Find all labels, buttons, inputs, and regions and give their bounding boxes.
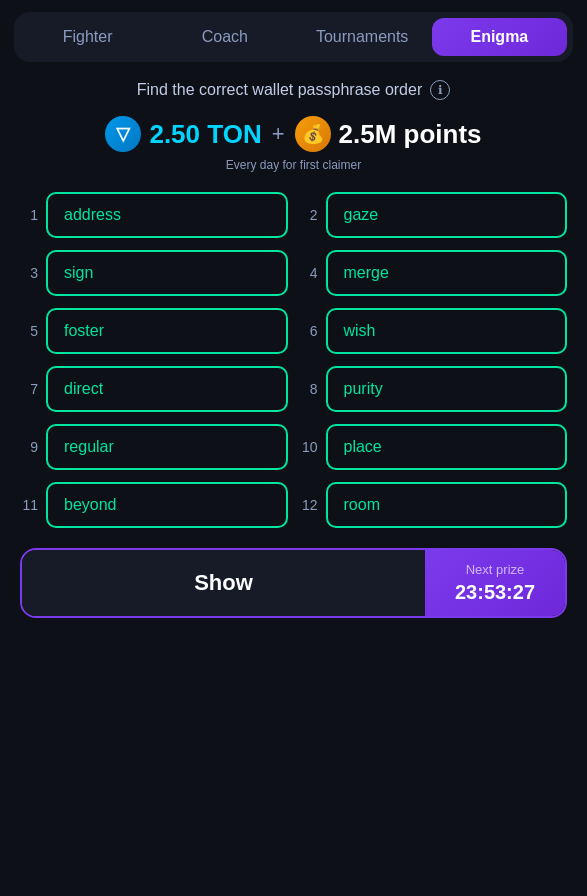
word-cell-5: 5foster — [20, 308, 288, 354]
word-cell-3: 3sign — [20, 250, 288, 296]
next-prize-label: Next prize — [466, 562, 525, 577]
word-box-5[interactable]: foster — [46, 308, 288, 354]
word-box-7[interactable]: direct — [46, 366, 288, 412]
nav-item-tournaments[interactable]: Tournaments — [295, 18, 430, 56]
word-cell-2: 2gaze — [300, 192, 568, 238]
word-number-7: 7 — [20, 381, 38, 397]
info-icon[interactable]: ℹ — [430, 80, 450, 100]
plus-sign: + — [272, 121, 285, 147]
reward-subtitle: Every day for first claimer — [20, 158, 567, 172]
word-number-5: 5 — [20, 323, 38, 339]
word-box-2[interactable]: gaze — [326, 192, 568, 238]
word-box-1[interactable]: address — [46, 192, 288, 238]
word-number-3: 3 — [20, 265, 38, 281]
word-cell-12: 12room — [300, 482, 568, 528]
word-box-10[interactable]: place — [326, 424, 568, 470]
word-number-9: 9 — [20, 439, 38, 455]
word-box-4[interactable]: merge — [326, 250, 568, 296]
word-box-11[interactable]: beyond — [46, 482, 288, 528]
word-number-1: 1 — [20, 207, 38, 223]
word-number-11: 11 — [20, 497, 38, 513]
word-cell-7: 7direct — [20, 366, 288, 412]
coin-icon: 💰 — [295, 116, 331, 152]
reward-row: ▽ 2.50 TON + 💰 2.5M points — [20, 116, 567, 152]
show-button[interactable]: Show — [22, 550, 425, 616]
word-number-2: 2 — [300, 207, 318, 223]
ton-amount: 2.50 TON — [149, 119, 261, 150]
nav-item-coach[interactable]: Coach — [157, 18, 292, 56]
word-box-12[interactable]: room — [326, 482, 568, 528]
points-badge: 💰 2.5M points — [295, 116, 482, 152]
word-number-8: 8 — [300, 381, 318, 397]
nav-bar: Fighter Coach Tournaments Enigma — [14, 12, 573, 62]
word-cell-6: 6wish — [300, 308, 568, 354]
word-number-6: 6 — [300, 323, 318, 339]
ton-badge: ▽ 2.50 TON — [105, 116, 261, 152]
header-description: Find the correct wallet passphrase order — [137, 81, 422, 99]
word-box-6[interactable]: wish — [326, 308, 568, 354]
word-grid: 1address2gaze3sign4merge5foster6wish7dir… — [20, 192, 567, 528]
word-cell-9: 9regular — [20, 424, 288, 470]
word-cell-8: 8purity — [300, 366, 568, 412]
word-cell-10: 10place — [300, 424, 568, 470]
word-box-3[interactable]: sign — [46, 250, 288, 296]
word-number-4: 4 — [300, 265, 318, 281]
main-content: Find the correct wallet passphrase order… — [0, 80, 587, 618]
header-row: Find the correct wallet passphrase order… — [20, 80, 567, 100]
word-number-10: 10 — [300, 439, 318, 455]
word-box-8[interactable]: purity — [326, 366, 568, 412]
action-row: Show Next prize 23:53:27 — [20, 548, 567, 618]
nav-item-enigma[interactable]: Enigma — [432, 18, 567, 56]
nav-item-fighter[interactable]: Fighter — [20, 18, 155, 56]
word-cell-4: 4merge — [300, 250, 568, 296]
word-box-9[interactable]: regular — [46, 424, 288, 470]
points-amount: 2.5M points — [339, 119, 482, 150]
word-number-12: 12 — [300, 497, 318, 513]
word-cell-11: 11beyond — [20, 482, 288, 528]
next-prize-timer: 23:53:27 — [455, 581, 535, 604]
next-prize-panel: Next prize 23:53:27 — [425, 550, 565, 616]
word-cell-1: 1address — [20, 192, 288, 238]
ton-icon: ▽ — [105, 116, 141, 152]
